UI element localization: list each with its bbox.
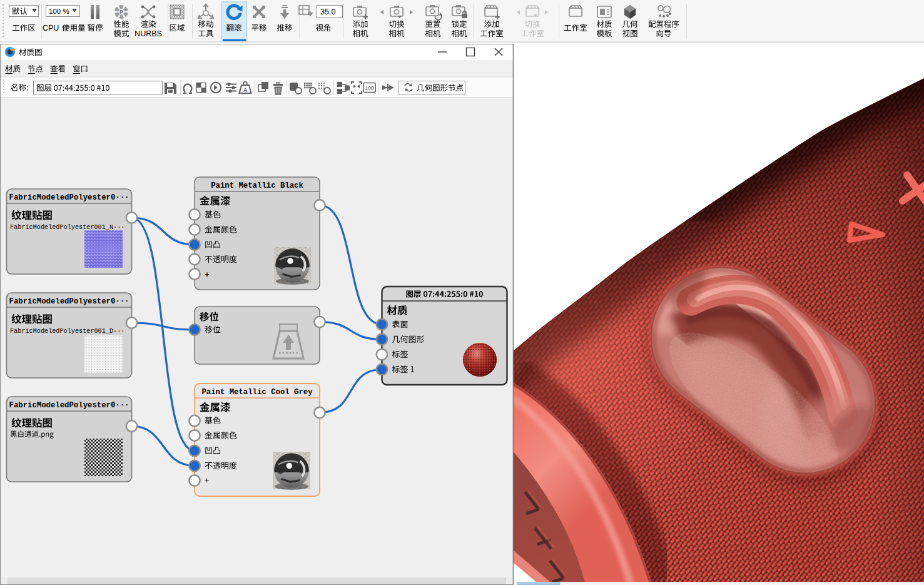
- svg-text:FabricModeledPolyester0···: FabricModeledPolyester0···: [9, 193, 129, 202]
- svg-text:FabricModeledPolyester0···: FabricModeledPolyester0···: [9, 401, 129, 410]
- svg-text:FabricModeledPolyester001_D···: FabricModeledPolyester001_D···: [10, 328, 124, 335]
- svg-text:100 %: 100 %: [49, 8, 69, 15]
- svg-text:NURBS: NURBS: [135, 29, 162, 38]
- svg-text:FabricModeledPolyester001_N···: FabricModeledPolyester001_N···: [10, 224, 124, 231]
- svg-text:P: P: [119, 9, 123, 15]
- svg-text:100: 100: [365, 85, 373, 91]
- svg-text:Paint Metallic Cool Grey: Paint Metallic Cool Grey: [201, 388, 313, 397]
- svg-text:+: +: [205, 270, 210, 280]
- svg-text:Paint Metallic Black: Paint Metallic Black: [211, 181, 303, 190]
- svg-text:35.0: 35.0: [320, 8, 335, 16]
- svg-text:CPU: CPU: [43, 24, 59, 33]
- svg-text:FabricModeledPolyester0···: FabricModeledPolyester0···: [9, 297, 129, 306]
- svg-text:A: A: [243, 87, 248, 93]
